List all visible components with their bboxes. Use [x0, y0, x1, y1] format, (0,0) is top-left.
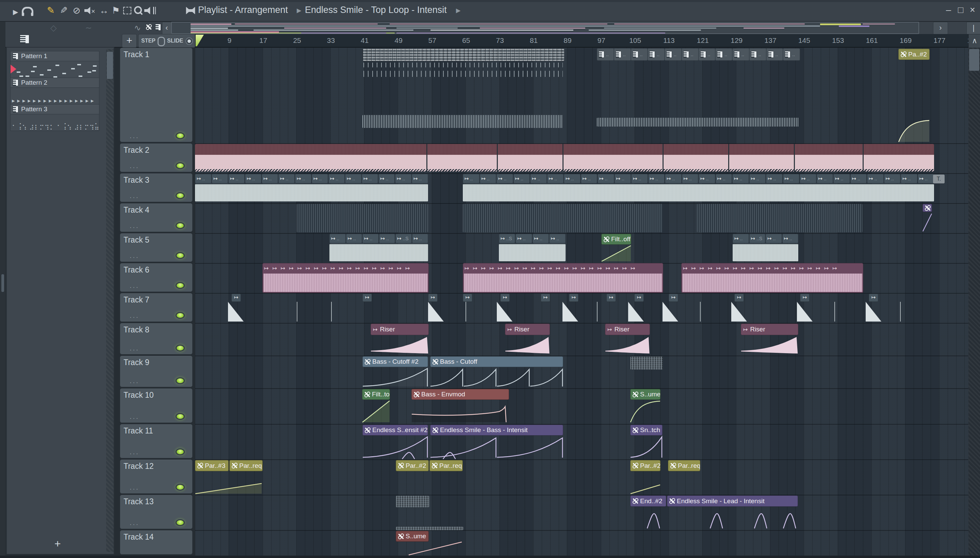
- automation-spike[interactable]: [783, 508, 806, 529]
- riser-waveform[interactable]: [741, 336, 798, 355]
- automation-clip-label[interactable]: Par..req: [429, 460, 463, 471]
- play-icon[interactable]: ▶: [13, 7, 18, 17]
- track-header[interactable]: Track 8...: [120, 323, 193, 354]
- automation-clip-header[interactable]: Sn..tch: [630, 425, 663, 435]
- track-mute-led[interactable]: [176, 162, 185, 169]
- pattern-item-header[interactable]: Pattern 1: [10, 51, 99, 61]
- automation-spike[interactable]: [647, 508, 670, 529]
- track-mute-led[interactable]: [176, 192, 185, 199]
- muted-pattern-block[interactable]: [396, 496, 429, 508]
- pattern-clip-strip[interactable]: [363, 48, 565, 61]
- audio-clip-cell[interactable]: ↦..S: [499, 234, 515, 243]
- automation-clip-header[interactable]: Bass - Cutoff #2: [363, 356, 428, 367]
- pattern-clip[interactable]: ..: [681, 48, 699, 61]
- marker-clip[interactable]: ↦: [569, 294, 578, 302]
- track-header[interactable]: Track 6...: [120, 263, 193, 292]
- audio-clip-cell[interactable]: ↦..: [833, 174, 850, 184]
- audio-clip-cell[interactable]: ↦..: [581, 174, 598, 184]
- automation-clip-header[interactable]: Filt..toff: [362, 389, 390, 400]
- muted-pattern-block[interactable]: [630, 356, 663, 370]
- pattern-clip[interactable]: ..: [614, 48, 631, 61]
- maximize-button[interactable]: □: [958, 5, 963, 15]
- track-options-dots[interactable]: ...: [130, 162, 140, 170]
- audio-clip-cell[interactable]: ↦..: [867, 174, 884, 184]
- audio-clip-cell[interactable]: ↦..: [901, 174, 918, 184]
- vertical-scrollbar-handle[interactable]: [969, 49, 979, 71]
- marker-clip[interactable]: ↦: [500, 294, 510, 302]
- audio-clip-cell[interactable]: ↦..: [480, 174, 496, 184]
- audio-clip-cell[interactable]: ↦..: [918, 174, 934, 184]
- automation-curve[interactable]: [630, 484, 660, 494]
- automation-curve[interactable]: [923, 213, 932, 232]
- audio-clip-cell[interactable]: ↦..: [530, 174, 547, 184]
- riser-waveform[interactable]: [371, 336, 429, 355]
- left-edge-handle[interactable]: [2, 274, 4, 292]
- ramp-triangle-clip[interactable]: [797, 302, 813, 322]
- track-options-dots[interactable]: ...: [130, 312, 140, 320]
- audio-clip-cell[interactable]: ↦..: [564, 174, 581, 184]
- pattern-preview[interactable]: [10, 61, 99, 78]
- marker-clip[interactable]: ↦: [606, 294, 616, 302]
- audio-clip-cell[interactable]: ↦..: [345, 174, 361, 184]
- ramp-triangle-clip[interactable]: [563, 302, 578, 322]
- audio-clip-cell[interactable]: ↦..: [682, 174, 699, 184]
- automation-spike[interactable]: [402, 450, 425, 460]
- automation-clip-label[interactable]: [923, 204, 932, 212]
- automation-clip-header[interactable]: Bass - Envmod: [411, 389, 509, 400]
- overview-scroll-left-button[interactable]: ‹: [162, 22, 171, 35]
- audio-clip-cell[interactable]: ↦..: [598, 174, 614, 184]
- track-header[interactable]: Track 3...: [120, 173, 193, 202]
- automation-curve[interactable]: [898, 120, 930, 142]
- pattern-clip[interactable]: ..: [732, 48, 749, 61]
- marker-clip[interactable]: ↦: [800, 294, 809, 302]
- track-header[interactable]: Track 14: [120, 530, 193, 555]
- pattern-clip[interactable]: ..: [783, 48, 800, 61]
- ramp-triangle-clip[interactable]: [628, 302, 644, 322]
- audio-clip-cell[interactable]: ↦..: [732, 174, 749, 184]
- audio-clip-cell[interactable]: ↦..: [766, 174, 783, 184]
- track-mute-led[interactable]: [176, 519, 185, 526]
- automation-clip-label[interactable]: S..ume: [396, 531, 429, 542]
- audio-clip-cell[interactable]: ↦..: [329, 234, 346, 243]
- automation-curve[interactable]: [430, 368, 563, 387]
- track-header[interactable]: Track 11...: [120, 424, 193, 458]
- ramp-triangle-clip[interactable]: [731, 302, 747, 322]
- vertical-scrollbar[interactable]: [969, 48, 980, 556]
- automation-clip-label[interactable]: Par..#2: [630, 460, 660, 471]
- automation-clip-label[interactable]: Par..#2: [396, 460, 429, 471]
- automation-curve[interactable]: [630, 400, 660, 423]
- track-options-dots[interactable]: ...: [130, 413, 140, 420]
- audio-clip-cell[interactable]: ↦..: [228, 174, 245, 184]
- pattern-panel-scrollbar[interactable]: [106, 49, 114, 552]
- audio-clip[interactable]: ↦..S↦..↦..↦..: [499, 234, 566, 262]
- audio-clip-cell[interactable]: ↦..: [363, 234, 379, 243]
- close-button[interactable]: ×: [970, 5, 975, 15]
- track-options-dots[interactable]: ...: [130, 344, 140, 352]
- automation-clip-label[interactable]: Par..req: [229, 460, 263, 471]
- marker-clip[interactable]: ↦: [363, 294, 372, 302]
- track-mute-led[interactable]: [176, 252, 185, 259]
- automation-clip-label[interactable]: Par..req: [668, 460, 700, 471]
- audio-clip-long[interactable]: [195, 144, 934, 172]
- audio-clip-cell[interactable]: ↦..: [328, 174, 345, 184]
- pattern-scrollbar-handle[interactable]: [107, 52, 113, 79]
- automation-curve[interactable]: [630, 436, 663, 458]
- ramp-triangle-clip[interactable]: [663, 302, 678, 322]
- automation-clip-label[interactable]: Par..#3: [195, 460, 229, 471]
- overview-scroll-right-button[interactable]: ›: [933, 22, 948, 35]
- automation-curve[interactable]: [601, 245, 631, 262]
- automation-curve[interactable]: [411, 400, 509, 423]
- playback-speaker-icon[interactable]: [144, 7, 153, 14]
- audio-clip-cell[interactable]: ↦..: [245, 174, 261, 184]
- track-header[interactable]: Track 9...: [120, 356, 193, 387]
- audio-clip-cell[interactable]: ↦..: [884, 174, 901, 184]
- track-options-dots[interactable]: ...: [130, 519, 140, 527]
- pattern-clip[interactable]: ..: [597, 48, 614, 61]
- audio-clip-cell[interactable]: ↦..: [782, 234, 799, 243]
- audio-clip-cell[interactable]: ↦..: [515, 234, 532, 243]
- track-options-dots[interactable]: ...: [130, 222, 140, 230]
- striped-clip[interactable]: [697, 204, 863, 232]
- pattern-panel-icon[interactable]: [20, 35, 29, 44]
- automation-curve[interactable]: [195, 483, 262, 494]
- audio-clip-cell[interactable]: ↦..: [733, 234, 749, 243]
